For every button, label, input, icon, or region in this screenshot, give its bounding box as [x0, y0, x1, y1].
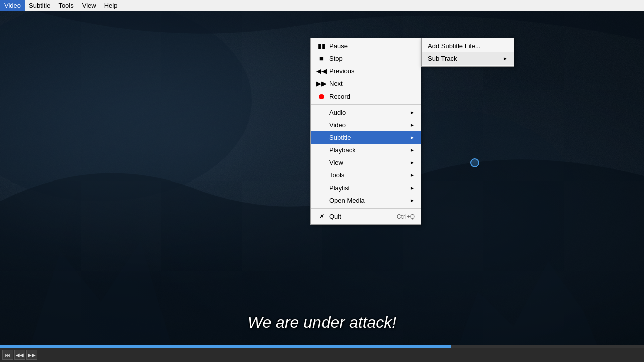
btn-rewind[interactable]: ◀◀	[14, 350, 25, 360]
menubar: Video Subtitle Tools View Help	[0, 0, 644, 11]
ctx-quit[interactable]: ✗ Quit Ctrl+Q	[311, 210, 421, 223]
separator-1	[311, 104, 421, 105]
next-icon: ▶▶	[316, 80, 327, 87]
ctx-video[interactable]: Video ►	[311, 119, 421, 131]
ctx-record[interactable]: Record	[311, 90, 421, 103]
menu-video[interactable]: Video	[0, 0, 25, 11]
btn-prev-track[interactable]: ⏮	[2, 350, 13, 360]
menu-view[interactable]: View	[78, 0, 100, 11]
ctx-previous[interactable]: ◀◀ Previous	[311, 65, 421, 77]
ctx-open-media[interactable]: Open Media ►	[311, 194, 421, 207]
quit-icon: ✗	[316, 213, 327, 220]
menu-subtitle[interactable]: Subtitle	[25, 0, 54, 11]
subtitle-submenu: Add Subtitle File... Sub Track ►	[421, 38, 514, 67]
ctx-playback[interactable]: Playback ►	[311, 144, 421, 156]
sub-track[interactable]: Sub Track ►	[422, 52, 514, 65]
playback-arrow: ►	[410, 147, 415, 153]
ctx-subtitle[interactable]: Subtitle ►	[311, 131, 421, 144]
previous-icon: ◀◀	[316, 67, 327, 75]
ctx-view[interactable]: View ►	[311, 156, 421, 169]
subtitle-arrow: ►	[410, 135, 415, 140]
ctx-next[interactable]: ▶▶ Next	[311, 77, 421, 90]
pause-icon: ▮▮	[316, 42, 327, 50]
separator-2	[311, 208, 421, 209]
context-menu: ▮▮ Pause ■ Stop ◀◀ Previous ▶▶ Next Reco…	[310, 38, 421, 225]
sub-track-arrow: ►	[503, 56, 508, 61]
btn-forward[interactable]: ▶▶	[26, 350, 37, 360]
quit-shortcut: Ctrl+Q	[397, 213, 415, 220]
ctx-stop[interactable]: ■ Stop	[311, 52, 421, 65]
subtitle-display: We are under attack!	[248, 313, 396, 332]
ctx-pause[interactable]: ▮▮ Pause	[311, 40, 421, 52]
playlist-arrow: ►	[410, 185, 415, 191]
ctx-tools[interactable]: Tools ►	[311, 169, 421, 182]
ctx-playlist[interactable]: Playlist ►	[311, 182, 421, 194]
menu-tools[interactable]: Tools	[54, 0, 77, 11]
video-arrow: ►	[410, 122, 415, 128]
bottom-controls: ⏮ ◀◀ ▶▶	[0, 348, 644, 362]
stop-icon: ■	[316, 55, 327, 62]
sub-add-subtitle[interactable]: Add Subtitle File...	[422, 40, 514, 52]
open-media-arrow: ►	[410, 198, 415, 203]
view-arrow: ►	[410, 160, 415, 165]
ctx-audio[interactable]: Audio ►	[311, 106, 421, 119]
audio-arrow: ►	[410, 110, 415, 115]
tools-arrow: ►	[410, 172, 415, 178]
record-icon	[316, 94, 327, 99]
menu-help[interactable]: Help	[100, 0, 122, 11]
